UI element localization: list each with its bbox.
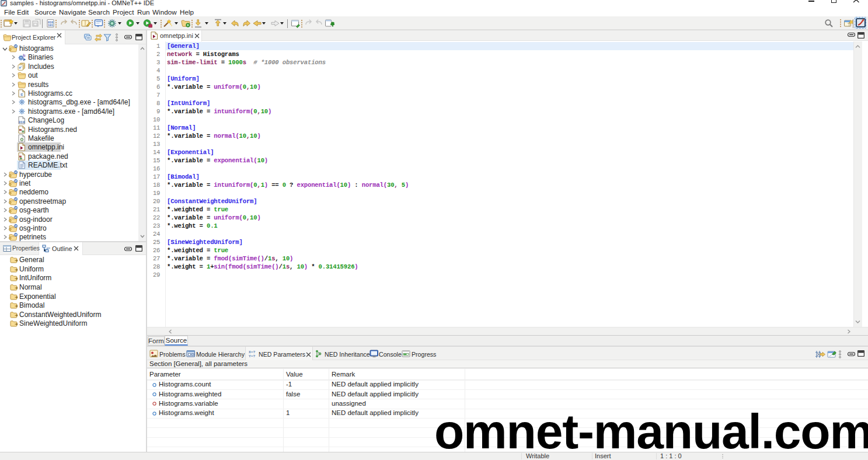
svg-text:X=?: X=? <box>249 350 255 354</box>
svg-text:S: S <box>15 170 16 173</box>
svg-text:S: S <box>15 189 16 191</box>
svg-text:S: S <box>15 197 16 200</box>
svg-text:S: S <box>15 207 16 210</box>
svg-text:S: S <box>15 180 16 183</box>
svg-text:101: 101 <box>48 24 53 27</box>
svg-text:S: S <box>15 215 16 218</box>
svg-text:S: S <box>15 45 16 48</box>
svg-text:S: S <box>15 234 16 236</box>
svg-text:S: S <box>15 225 16 228</box>
svg-text:c: c <box>20 92 23 96</box>
svg-text:010: 010 <box>19 120 25 124</box>
svg-text:Y=?: Y=? <box>249 354 255 358</box>
